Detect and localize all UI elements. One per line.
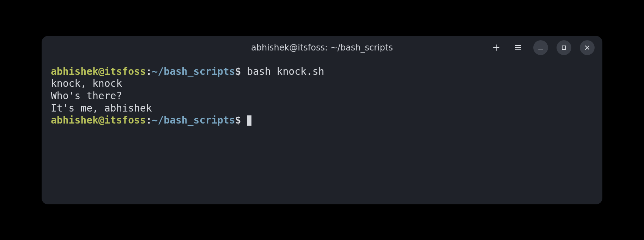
titlebar-controls xyxy=(490,40,595,55)
svg-rect-6 xyxy=(562,46,566,49)
new-tab-button[interactable] xyxy=(490,41,503,54)
command-text: bash knock.sh xyxy=(241,66,324,77)
prompt-line-1: abhishek@itsfoss:~/bash_scripts$ bash kn… xyxy=(51,66,593,78)
prompt-line-2: abhishek@itsfoss:~/bash_scripts$ xyxy=(51,114,593,127)
close-button[interactable] xyxy=(580,40,595,55)
maximize-icon xyxy=(561,45,567,50)
plus-icon xyxy=(492,44,500,52)
prompt-cwd: ~/bash_scripts xyxy=(152,66,235,77)
minimize-button[interactable] xyxy=(533,40,548,55)
prompt-dollar: $ xyxy=(235,66,241,77)
hamburger-icon xyxy=(514,44,522,52)
window-title: abhishek@itsfoss: ~/bash_scripts xyxy=(251,43,393,53)
output-line: knock, knock xyxy=(51,78,593,90)
prompt-colon: : xyxy=(146,66,152,77)
terminal-body[interactable]: abhishek@itsfoss:~/bash_scripts$ bash kn… xyxy=(42,59,602,204)
prompt-user-host: abhishek@itsfoss xyxy=(51,66,146,77)
terminal-window: abhishek@itsfoss: ~/bash_scripts xyxy=(42,36,602,204)
prompt-dollar: $ xyxy=(235,114,241,126)
prompt-cwd: ~/bash_scripts xyxy=(152,114,235,126)
prompt-user-host: abhishek@itsfoss xyxy=(51,114,146,126)
command-text xyxy=(241,114,247,126)
titlebar: abhishek@itsfoss: ~/bash_scripts xyxy=(42,36,602,59)
menu-button[interactable] xyxy=(511,41,525,54)
output-line: It's me, abhishek xyxy=(51,102,593,115)
minimize-icon xyxy=(537,44,544,51)
cursor xyxy=(247,115,251,126)
close-icon xyxy=(584,44,590,51)
maximize-button[interactable] xyxy=(557,40,571,55)
prompt-colon: : xyxy=(146,114,152,126)
output-line: Who's there? xyxy=(51,90,593,102)
